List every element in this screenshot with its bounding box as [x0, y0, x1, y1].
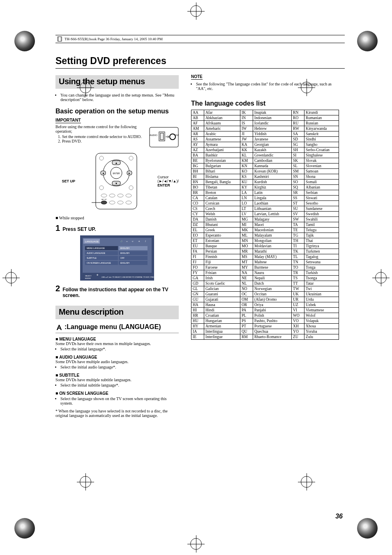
lang-cell: Hindi [204, 308, 240, 313]
lang-cell: Inupiak [253, 110, 291, 115]
note-label: NOTE [191, 74, 203, 80]
svg-text:ENTER: ENTER [85, 277, 91, 279]
code-cell: SW [292, 217, 304, 222]
svg-text:▭: ▭ [126, 240, 128, 242]
code-cell: BG [191, 164, 204, 169]
table-row: ELGreekMKMacedonianTETelugu [191, 228, 339, 233]
lang-cell: Vietnamese [304, 308, 339, 313]
lang-cell: Tonga [304, 265, 339, 270]
code-cell: SS [292, 196, 304, 201]
table-row: FIFinnishMSMalay (MAY)TLTagalog [191, 254, 339, 260]
lang-cell: Faroese [204, 265, 240, 270]
code-cell: PT [240, 324, 253, 329]
lang-cell: Maori [253, 222, 291, 228]
code-cell: FA [191, 249, 204, 254]
lang-cell: Telugu [304, 228, 339, 233]
code-cell: SH [292, 147, 304, 153]
lang-cell: Urdu [304, 297, 339, 302]
table-row: HRCroatianPLPolishWOWolof [191, 313, 339, 318]
code-cell: DZ [191, 222, 204, 228]
lang-cell: Nepali [253, 276, 291, 281]
code-cell: RO [292, 115, 304, 121]
code-cell: CA [191, 196, 204, 201]
lang-cell: Swahili [304, 217, 339, 222]
setup-label: SET UP [55, 179, 75, 183]
code-cell: AF [191, 121, 204, 126]
lang-cell: Hausa [204, 302, 240, 308]
table-row: AYAymaraKAGeorgianSGSangho [191, 142, 339, 147]
lang-cell: Thai [304, 238, 339, 244]
lang-cell: Bihari [204, 169, 240, 174]
svg-text:⚙: ⚙ [138, 240, 140, 242]
audio-language-bullet: Select the initial audio language*. [60, 365, 179, 369]
important-text: Before using the remote control for the … [55, 124, 146, 134]
table-row: EUBasqueMOMoldavianTITigrinya [191, 244, 339, 249]
table-row: HUHungarianPSPashto, PushtoVOVolapuk [191, 318, 339, 324]
svg-text:►: ► [128, 172, 131, 175]
svg-text:AUDIO: AUDIO [150, 134, 157, 136]
code-cell: TS [292, 276, 304, 281]
code-cell: AM [191, 126, 204, 131]
lang-cell: Slovak [304, 158, 339, 164]
code-cell: GN [191, 292, 204, 297]
lang-cell: Swedish [304, 212, 339, 217]
code-cell: YO [292, 329, 304, 334]
svg-text:▼: ▼ [115, 182, 118, 185]
table-row: DZBhutaniMIMaoriTATamil [191, 222, 339, 228]
table-row: FYFrisianNANauruTRTurkish [191, 270, 339, 276]
code-cell: CO [191, 201, 204, 206]
table-row: CACatalanLNLingalaSSSiswati [191, 196, 339, 201]
lang-cell: Sundanese [304, 206, 339, 212]
lang-cell: Bashkir [204, 153, 240, 158]
mode-selector-figure: AUDIO DVD [149, 127, 179, 147]
table-row: GUGujaratiOM(Afan) OromoURUrdu [191, 297, 339, 302]
lang-cell: Quechua [253, 329, 291, 334]
lang-cell: Samoan [304, 169, 339, 174]
code-cell: SN [292, 174, 304, 180]
code-cell: TL [292, 254, 304, 260]
lang-cell: Somali [304, 180, 339, 185]
code-cell: HI [191, 308, 204, 313]
code-cell: DA [191, 217, 204, 222]
step-1-text: Press SET UP. [62, 226, 96, 232]
code-cell: SL [292, 164, 304, 169]
code-cell: QU [240, 329, 253, 334]
svg-text:OFF: OFF [120, 257, 125, 259]
table-row: ABAbkhazianINIndonesianRORumanian [191, 115, 339, 121]
code-cell: EU [191, 244, 204, 249]
lang-cell: Kannada [253, 164, 291, 169]
imp-step-1: Set the remote control mode selector to … [62, 134, 146, 139]
table-row: GNGuaraniOCOccitanUKUkrainian [191, 292, 339, 297]
code-cell: KK [240, 147, 253, 153]
lang-cell: Kinyarwanda [304, 126, 339, 131]
lang-cell: Tsonga [304, 276, 339, 281]
lang-cell: Danish [204, 217, 240, 222]
code-cell: EL [191, 228, 204, 233]
code-cell: KA [240, 142, 253, 147]
svg-text:USE ▲▼◄► TO SELECT, USE ENTER : USE ▲▼◄► TO SELECT, USE ENTER TO CONFIRM… [101, 276, 154, 278]
cursor-arrows: (►/◄/▼/▲)/ [157, 179, 179, 183]
code-cell: AR [191, 131, 204, 137]
svg-text:SUBTITLE: SUBTITLE [87, 257, 97, 259]
code-cell: CS [191, 206, 204, 212]
lang-cell: Setswana [304, 260, 339, 265]
lang-cell: Yoruba [304, 329, 339, 334]
table-row: BNBengali, BanglaKUKurdishSOSomali [191, 180, 339, 185]
code-cell: SQ [292, 185, 304, 190]
lang-cell: Kirundi [304, 110, 339, 115]
page-number: 36 [335, 513, 343, 520]
svg-text:AUDIO LANGUAGE: AUDIO LANGUAGE [87, 252, 106, 254]
code-cell: KY [240, 185, 253, 190]
lang-cell: Macedonian [253, 228, 291, 233]
code-cell: BH [191, 169, 204, 174]
lang-cell: Maltese [253, 260, 291, 265]
svg-text:⤴: ⤴ [145, 240, 146, 242]
lang-cell: Marathi [253, 249, 291, 254]
code-cell: BE [191, 158, 204, 164]
code-cell: AY [191, 142, 204, 147]
table-row: AMAmeharicIWHebrewRWKinyarwanda [191, 126, 339, 131]
lang-cell: Nauru [253, 270, 291, 276]
code-cell: TI [292, 244, 304, 249]
code-cell: IE [191, 334, 204, 340]
lang-cell: Irish [204, 276, 240, 281]
